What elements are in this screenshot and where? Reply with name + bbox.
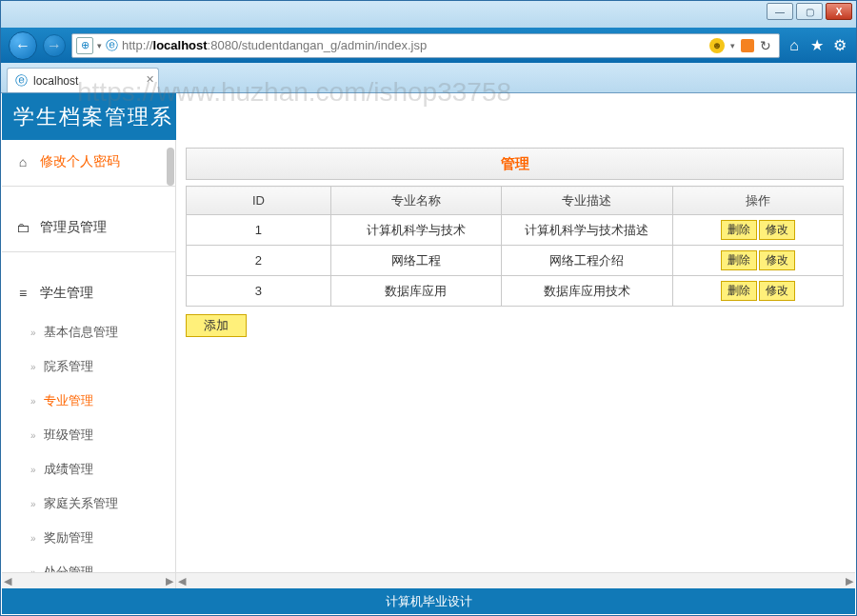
app-title: 学生档案管理系 (2, 93, 176, 140)
col-name: 专业名称 (330, 187, 501, 215)
delete-button[interactable]: 删除 (721, 250, 757, 270)
sidebar-sub-label: 成绩管理 (44, 461, 93, 478)
cell-name: 数据库应用 (330, 276, 501, 307)
data-table: ID 专业名称 专业描述 操作 1计算机科学与技术计算机科学与技术描述删除修改2… (186, 186, 844, 307)
chevron-right-icon: » (30, 465, 36, 475)
cell-ops: 删除修改 (672, 246, 843, 276)
cell-name: 计算机科学与技术 (330, 215, 501, 246)
table-row: 3数据库应用数据库应用技术删除修改 (187, 276, 844, 307)
address-bar[interactable]: ⊕ ▾ ⓔ http://localhost:8080/studentdanga… (71, 33, 780, 58)
sidebar-sub-item[interactable]: »成绩管理 (2, 452, 175, 487)
settings-gear-icon[interactable]: ⚙ (831, 37, 848, 54)
back-button[interactable]: ← (9, 31, 37, 60)
sidebar-item-student[interactable]: ≡ 学生管理 (2, 271, 175, 315)
col-desc: 专业描述 (502, 187, 672, 215)
sidebar-item-password[interactable]: ⌂ 修改个人密码 (2, 140, 175, 184)
sidebar-sub-item[interactable]: »专业管理 (2, 384, 175, 418)
main-scrollbar: ◀ ▶ (176, 572, 855, 588)
scroll-right-icon[interactable]: ▶ (846, 575, 853, 587)
browser-tabstrip: ⓔ localhost ✕ (1, 63, 856, 93)
sidebar-sub-item[interactable]: »基本信息管理 (2, 315, 175, 349)
window-close-button[interactable]: X (826, 3, 852, 20)
sidebar-sub-label: 基本信息管理 (44, 324, 118, 341)
chevron-right-icon: » (30, 430, 36, 441)
folder-icon: 🗀 (15, 220, 30, 235)
url-dropdown-icon[interactable]: ▾ (730, 41, 735, 50)
edit-button[interactable]: 修改 (759, 281, 795, 301)
tab-title: localhost (33, 74, 78, 88)
sidebar-sub-label: 奖励管理 (44, 529, 93, 546)
cell-ops: 删除修改 (672, 276, 843, 307)
add-button[interactable]: 添加 (186, 314, 247, 337)
cell-id: 1 (187, 215, 331, 246)
chevron-right-icon: » (30, 396, 36, 407)
app-root: 学生档案管理系 ⌂ 修改个人密码 🗀 管理员管理 ≡ 学生管理 »基本信息管理»… (2, 93, 855, 614)
col-id: ID (187, 187, 331, 215)
chevron-right-icon: » (30, 533, 36, 544)
refresh-icon[interactable]: ↻ (760, 38, 771, 53)
rss-icon[interactable] (741, 39, 754, 52)
cell-desc: 数据库应用技术 (502, 276, 672, 307)
tab-close-icon[interactable]: ✕ (146, 73, 154, 86)
window-maximize-button[interactable]: ▢ (796, 3, 823, 20)
browser-toolbar: ← → ⊕ ▾ ⓔ http://localhost:8080/studentd… (1, 28, 856, 63)
favorites-icon[interactable]: ★ (808, 37, 826, 54)
add-tab-icon[interactable]: ⊕ (76, 37, 93, 54)
col-ops: 操作 (672, 187, 843, 215)
sidebar-sub-item[interactable]: »班级管理 (2, 418, 175, 452)
addtab-dropdown-icon[interactable]: ▾ (97, 41, 102, 50)
edit-button[interactable]: 修改 (759, 220, 795, 240)
delete-button[interactable]: 删除 (721, 220, 757, 240)
sidebar-sub-label: 家庭关系管理 (44, 495, 118, 512)
sidebar-sub-label: 专业管理 (44, 392, 93, 409)
table-row: 1计算机科学与技术计算机科学与技术描述删除修改 (187, 215, 844, 246)
sidebar-sub-item[interactable]: »家庭关系管理 (2, 487, 175, 521)
url-text: http://localhost:8080/studentdangan_g/ad… (122, 38, 427, 52)
sidebar-sub-item[interactable]: »院系管理 (2, 349, 175, 384)
sidebar-scrollbar-thumb[interactable] (167, 148, 174, 186)
cell-id: 3 (187, 276, 331, 307)
home-icon[interactable]: ⌂ (786, 37, 803, 54)
window-titlebar: — ▢ X (1, 1, 856, 28)
cell-name: 网络工程 (330, 246, 501, 276)
sidebar-sub-label: 班级管理 (44, 427, 93, 444)
ie-logo-icon: ⓔ (106, 37, 118, 54)
cell-desc: 网络工程介绍 (502, 246, 672, 276)
list-icon: ≡ (15, 286, 30, 301)
sidebar-item-admin[interactable]: 🗀 管理员管理 (2, 206, 175, 249)
delete-button[interactable]: 删除 (721, 281, 757, 301)
app-footer: 计算机毕业设计 (2, 588, 855, 614)
scroll-left-icon[interactable]: ◀ (178, 575, 186, 587)
scroll-left-icon[interactable]: ◀ (4, 575, 11, 587)
chevron-right-icon: » (30, 362, 36, 372)
panel-title: 管理 (186, 148, 844, 180)
window-minimize-button[interactable]: — (767, 3, 793, 20)
sidebar: ⌂ 修改个人密码 🗀 管理员管理 ≡ 学生管理 »基本信息管理»院系管理»专业管… (2, 140, 176, 588)
table-row: 2网络工程网络工程介绍删除修改 (187, 246, 844, 276)
cell-ops: 删除修改 (672, 215, 843, 246)
cell-desc: 计算机科学与技术描述 (502, 215, 672, 246)
tab-favicon-icon: ⓔ (15, 72, 28, 89)
sidebar-sub-label: 院系管理 (44, 358, 93, 375)
home-icon: ⌂ (15, 154, 30, 169)
sidebar-sub-item[interactable]: »奖励管理 (2, 521, 175, 555)
chevron-right-icon: » (30, 499, 36, 509)
forward-button[interactable]: → (43, 34, 66, 57)
main-content: 管理 ID 专业名称 专业描述 操作 1计算机科学与技术计算机科学与技术描述删除… (176, 140, 855, 588)
cell-id: 2 (187, 246, 331, 276)
sidebar-item-label: 管理员管理 (40, 219, 107, 236)
smiley-icon[interactable]: ☻ (709, 38, 725, 53)
chevron-right-icon: » (30, 328, 36, 338)
scroll-right-icon[interactable]: ▶ (166, 575, 173, 587)
sidebar-item-label: 学生管理 (40, 285, 93, 302)
sidebar-item-label: 修改个人密码 (40, 153, 120, 170)
edit-button[interactable]: 修改 (759, 250, 795, 270)
browser-tab[interactable]: ⓔ localhost ✕ (7, 68, 159, 92)
